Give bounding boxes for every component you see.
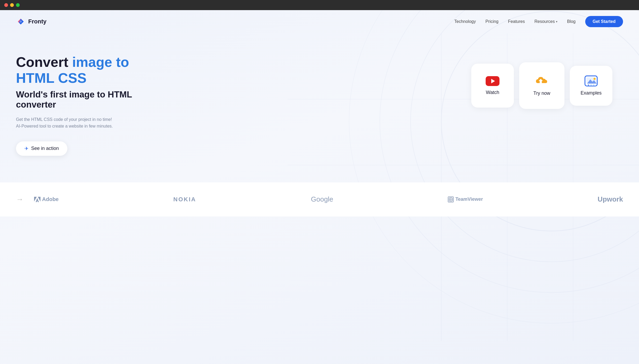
examples-card[interactable]: Examples [570, 66, 612, 106]
adobe-icon [34, 196, 40, 203]
partner-adobe: Adobe [34, 196, 59, 203]
arrow-indicator: → [16, 195, 23, 204]
partner-upwork: Upwork [598, 195, 623, 203]
svg-point-18 [593, 78, 596, 80]
navbar: Fronty Technology Pricing Features Resou… [0, 10, 639, 33]
hero-subtitle: World's first image to HTML converter [16, 89, 165, 110]
chevron-down-icon: ▾ [556, 20, 558, 23]
hero-title: Convert image to HTML CSS [16, 54, 165, 86]
logo[interactable]: Fronty [16, 17, 46, 26]
maximize-button[interactable] [16, 3, 20, 7]
try-now-card-label: Try now [533, 91, 550, 96]
nav-blog[interactable]: Blog [567, 19, 576, 24]
logo-icon [16, 17, 26, 26]
hero-section: Convert image to HTML CSS World's first … [0, 33, 639, 177]
svg-point-23 [593, 85, 594, 86]
gallery-icon [584, 75, 598, 87]
see-in-action-button[interactable]: ✈ See in action [16, 141, 67, 156]
examples-card-label: Examples [580, 90, 601, 96]
logo-text: Fronty [28, 18, 46, 25]
nav-links: Technology Pricing Features Resources ▾ … [454, 16, 623, 27]
partner-teamviewer: TeamViewer [448, 197, 483, 202]
teamviewer-icon [448, 197, 454, 202]
svg-point-22 [591, 85, 592, 86]
youtube-icon [486, 76, 499, 86]
nav-resources[interactable]: Resources ▾ [534, 19, 557, 24]
partner-google: Google [311, 195, 333, 203]
try-now-card[interactable]: Try now [519, 62, 564, 109]
minimize-button[interactable] [10, 3, 14, 7]
upload-cloud-icon [535, 75, 549, 87]
watch-card[interactable]: Watch [471, 64, 514, 108]
get-started-button[interactable]: Get Started [585, 16, 623, 27]
partners-logos: Adobe NOKIA Google TeamViewer [34, 195, 623, 203]
close-button[interactable] [4, 3, 8, 7]
hero-description: Get the HTML CSS code of your project in… [16, 116, 165, 130]
nav-pricing[interactable]: Pricing [485, 19, 498, 24]
window-chrome [0, 0, 639, 10]
hero-right: Watch Try now [471, 49, 623, 109]
partners-section: → Adobe NOKIA Google [0, 182, 639, 216]
watch-card-label: Watch [486, 90, 499, 95]
svg-marker-26 [36, 198, 39, 202]
nav-features[interactable]: Features [508, 19, 525, 24]
hero-left: Convert image to HTML CSS World's first … [16, 49, 165, 156]
partner-nokia: NOKIA [173, 196, 196, 203]
svg-point-21 [588, 85, 589, 86]
paper-plane-icon: ✈ [24, 146, 28, 152]
nav-technology[interactable]: Technology [454, 19, 476, 24]
